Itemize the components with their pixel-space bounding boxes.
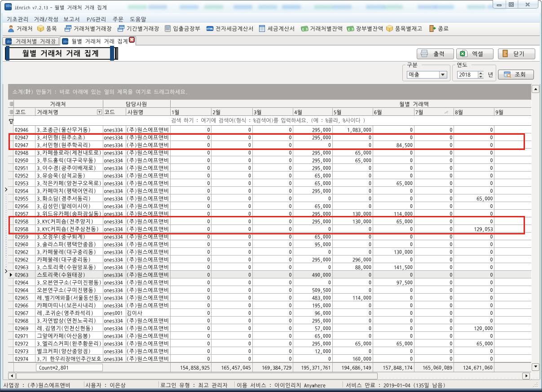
svg-text:HTML: HTML — [207, 27, 214, 30]
